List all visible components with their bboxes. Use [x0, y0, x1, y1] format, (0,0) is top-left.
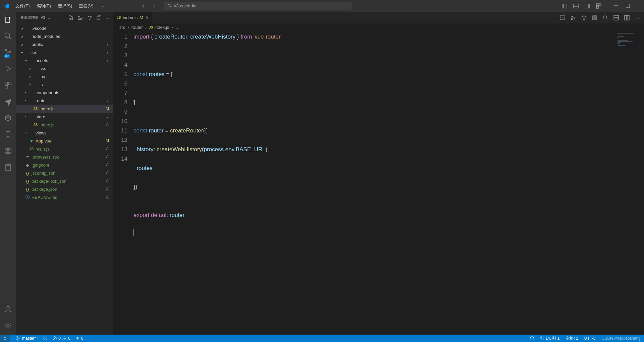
activity-clipboard[interactable]: [4, 163, 12, 172]
sidebar-more-icon[interactable]: …: [106, 15, 109, 20]
editor-compare-icon[interactable]: [571, 15, 576, 20]
tree-item-label: .gitignore: [32, 163, 105, 168]
menu-more[interactable]: …: [98, 2, 107, 10]
activity-account[interactable]: [4, 305, 12, 314]
tree-item-jsconfig-json[interactable]: {}jsconfig.jsonA: [16, 169, 113, 177]
remote-button[interactable]: [0, 335, 10, 342]
status-encoding[interactable]: UTF-8: [584, 336, 596, 341]
svg-point-46: [17, 336, 18, 338]
menu-view[interactable]: 查看(V): [76, 2, 96, 10]
gitignore-icon: ◆: [25, 163, 30, 168]
tree-item--vscode[interactable]: .vscode: [16, 24, 113, 32]
status-cursor[interactable]: 行 14, 列 1: [540, 336, 559, 341]
editor: JS index.js M ✕ … src› router› JS index.…: [113, 12, 644, 335]
editor-split-down-icon[interactable]: [613, 15, 619, 20]
activity-globe[interactable]: [4, 147, 12, 156]
git-status-badge: [105, 98, 110, 103]
feedback-icon[interactable]: [530, 336, 534, 341]
menu-edit[interactable]: 编辑(E): [34, 2, 54, 10]
tab-close-icon[interactable]: ✕: [145, 15, 149, 20]
activity-cube[interactable]: [4, 114, 12, 123]
activity-extensions[interactable]: [4, 81, 12, 90]
breadcrumb-segment[interactable]: …: [175, 25, 180, 30]
editor-find-icon[interactable]: [603, 15, 608, 20]
error-icon: [52, 336, 57, 341]
tree-item--browserslistrc[interactable]: ≡.browserslistrcA: [16, 153, 113, 161]
svg-point-40: [603, 16, 607, 19]
tree-item-index-js[interactable]: JSindex.jsM: [16, 105, 113, 113]
status-port[interactable]: 0: [75, 336, 84, 341]
collapse-all-icon[interactable]: [96, 15, 102, 20]
new-folder-icon[interactable]: [77, 15, 83, 20]
tab-index-js[interactable]: JS index.js M ✕: [113, 12, 153, 23]
code-area[interactable]: 1234567891011121314 import { createRoute…: [113, 31, 644, 335]
layout-panel-right-icon[interactable]: [585, 3, 590, 9]
nav-back-icon[interactable]: [141, 3, 146, 9]
status-problems[interactable]: 0 0: [52, 336, 70, 341]
tree-item-package-json[interactable]: {}package.jsonA: [16, 185, 113, 193]
menu-select[interactable]: 选择(S): [55, 2, 75, 10]
sync-icon[interactable]: [43, 336, 48, 341]
activity-plane[interactable]: [4, 98, 12, 107]
activity-debug[interactable]: [4, 65, 12, 74]
window-minimize-icon[interactable]: [614, 4, 618, 8]
activity-bookmark[interactable]: [4, 130, 12, 139]
minimap[interactable]: [614, 31, 644, 335]
activity-scm[interactable]: 37: [4, 48, 12, 57]
tree-item-assets[interactable]: assets: [16, 56, 113, 64]
tree-item-views[interactable]: views: [16, 129, 113, 137]
antenna-icon: [75, 336, 80, 341]
editor-list-icon[interactable]: [592, 15, 597, 20]
svg-rect-22: [5, 86, 8, 88]
chevron-down-icon: [23, 115, 29, 119]
refresh-icon[interactable]: [87, 15, 92, 20]
tree-item-node-modules[interactable]: node_modules: [16, 32, 113, 40]
editor-more-icon[interactable]: …: [635, 15, 639, 20]
tree-item-components[interactable]: components: [16, 89, 113, 97]
breadcrumb-segment[interactable]: router: [131, 25, 143, 30]
text-file-icon: ≡: [25, 155, 30, 160]
tree-item-package-lock-json[interactable]: {}package-lock.jsonA: [16, 177, 113, 185]
status-branch[interactable]: master*+: [16, 336, 38, 341]
tree-item-public[interactable]: public: [16, 40, 113, 48]
tree-item-label: views: [36, 130, 105, 135]
layout-customize-icon[interactable]: [596, 3, 601, 9]
breadcrumb-segment[interactable]: index.js: [154, 25, 169, 30]
js-file-icon: JS: [33, 123, 38, 127]
editor-upload-icon[interactable]: [581, 15, 587, 20]
title-bar: 文件(F) 编辑(E) 选择(S) 查看(V) … v3-calendar: [0, 0, 644, 12]
layout-panel-bottom-icon[interactable]: [573, 3, 579, 9]
tree-item-router[interactable]: router: [16, 97, 113, 105]
tree-item-js[interactable]: js: [16, 80, 113, 89]
activity-settings[interactable]: [4, 322, 12, 331]
svg-rect-20: [5, 82, 8, 85]
breadcrumb-segment[interactable]: src: [119, 25, 125, 30]
git-status-badge: A: [105, 122, 110, 127]
git-status-badge: A: [105, 171, 110, 175]
new-file-icon[interactable]: [68, 15, 73, 20]
tree-item-app-vue[interactable]: ▼App.vueM: [16, 137, 113, 145]
chevron-right-icon: [28, 74, 33, 78]
tree-item-src[interactable]: src: [16, 48, 113, 56]
status-spaces[interactable]: 空格: 2: [566, 336, 578, 341]
breadcrumb[interactable]: src› router› JS index.js› …: [113, 23, 644, 31]
nav-forward-icon[interactable]: [152, 3, 157, 9]
command-center[interactable]: v3-calendar: [164, 2, 352, 10]
layout-panel-left-icon[interactable]: [562, 3, 567, 9]
editor-split-right-icon[interactable]: [624, 15, 630, 20]
menu-file[interactable]: 文件(F): [13, 2, 33, 10]
svg-rect-12: [626, 4, 630, 8]
tree-item--gitignore[interactable]: ◆.gitignoreA: [16, 161, 113, 169]
tree-item-readme-md[interactable]: ⓘREADME.mdA: [16, 193, 113, 201]
activity-explorer[interactable]: [4, 15, 12, 24]
tree-item-css[interactable]: css: [16, 64, 113, 72]
tree-item-store[interactable]: store: [16, 113, 113, 121]
tree-item-img[interactable]: img: [16, 72, 113, 80]
window-close-icon[interactable]: [638, 4, 641, 8]
code-content[interactable]: import { createRouter, createWebHistory …: [133, 31, 614, 335]
tree-item-index-js[interactable]: JSindex.jsA: [16, 121, 113, 129]
window-maximize-icon[interactable]: [626, 4, 630, 8]
tree-item-main-js[interactable]: JSmain.jsA: [16, 145, 113, 153]
activity-search[interactable]: [4, 32, 12, 41]
editor-preview-icon[interactable]: [560, 15, 565, 20]
